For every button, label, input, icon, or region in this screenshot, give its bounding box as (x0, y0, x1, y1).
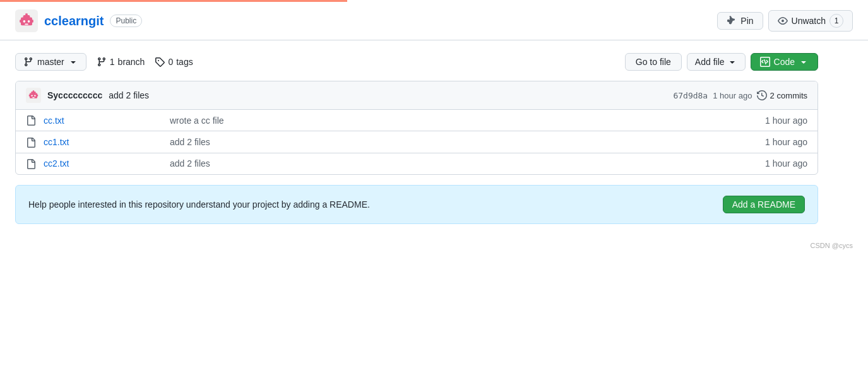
tag-count: 0 (168, 57, 173, 67)
svg-rect-6 (20, 20, 21, 23)
svg-rect-15 (29, 95, 30, 97)
toolbar-right: Go to file Add file Code (625, 53, 818, 71)
public-badge: Public (110, 15, 142, 27)
svg-point-12 (31, 95, 32, 96)
svg-point-4 (28, 20, 30, 23)
go-to-file-button[interactable]: Go to file (625, 53, 682, 71)
svg-rect-14 (32, 97, 35, 98)
file-commit-message: add 2 files (170, 158, 732, 169)
tag-label: tags (176, 57, 193, 67)
table-row: cc2.txt add 2 files 1 hour ago (16, 153, 817, 174)
branch-label: branch (118, 57, 145, 67)
commit-time: 1 hour ago (713, 91, 752, 100)
commits-count: 2 commits (757, 90, 807, 100)
file-icon-col (26, 115, 39, 126)
branch-icon (23, 57, 33, 67)
add-readme-button[interactable]: Add a README (723, 196, 805, 213)
file-name[interactable]: cc.txt (44, 115, 170, 126)
repo-name[interactable]: cclearngit (44, 14, 104, 28)
file-commit-message: add 2 files (170, 137, 732, 147)
commits-number: 2 (770, 91, 774, 100)
code-icon (760, 57, 770, 67)
file-time: 1 hour ago (732, 115, 807, 126)
branch-name: master (37, 57, 64, 67)
add-file-button[interactable]: Add file (687, 53, 746, 71)
commits-label: commits (777, 91, 807, 100)
file-name[interactable]: cc2.txt (44, 158, 170, 169)
svg-rect-7 (32, 20, 33, 23)
file-icon-col (26, 136, 39, 147)
file-icon-col (26, 158, 39, 169)
commit-header: Syccccccccc add 2 files 67d9d8a 1 hour a… (16, 81, 817, 110)
pin-icon (727, 16, 737, 26)
eye-icon (778, 16, 788, 26)
table-row: cc.txt wrote a cc file 1 hour ago (16, 110, 817, 131)
commit-header-right: 67d9d8a 1 hour ago 2 commits (673, 90, 807, 100)
history-icon (757, 90, 767, 100)
pin-label: Pin (740, 16, 753, 26)
code-chevron-icon (799, 57, 809, 67)
file-icon (26, 138, 36, 148)
commit-message: add 2 files (109, 90, 149, 100)
unwatch-label: Unwatch (792, 16, 826, 26)
svg-rect-17 (33, 90, 34, 92)
chevron-down-icon (68, 57, 78, 67)
tag-icon (155, 57, 165, 67)
main-content: master 1 branch 0 tags Go to f (0, 40, 833, 237)
readme-banner: Help people interested in this repositor… (15, 185, 818, 224)
commit-hash[interactable]: 67d9d8a (673, 91, 708, 100)
branch-selector-button[interactable]: master (15, 53, 86, 71)
file-table: Syccccccccc add 2 files 67d9d8a 1 hour a… (15, 81, 818, 175)
branch-count: 1 (110, 57, 115, 67)
svg-rect-16 (37, 95, 38, 97)
code-button[interactable]: Code (751, 53, 818, 71)
commit-header-left: Syccccccccc add 2 files (26, 88, 149, 103)
add-file-chevron-icon (727, 57, 737, 67)
branch-count-icon (97, 57, 107, 67)
unwatch-button[interactable]: Unwatch 1 (768, 10, 853, 32)
file-name[interactable]: cc1.txt (44, 137, 170, 147)
code-label: Code (774, 57, 795, 67)
commit-author[interactable]: Syccccccccc (47, 90, 102, 100)
unwatch-count: 1 (829, 14, 843, 28)
header-left: cclearngit Public (15, 9, 142, 32)
toolbar-left: master 1 branch 0 tags (15, 53, 193, 71)
table-row: cc1.txt add 2 files 1 hour ago (16, 131, 817, 153)
svg-rect-8 (25, 13, 28, 16)
file-icon (26, 159, 36, 169)
tag-count-link[interactable]: 0 tags (155, 57, 193, 67)
header-right: Pin Unwatch 1 (717, 10, 853, 32)
commit-author-avatar (26, 88, 41, 103)
file-icon (26, 115, 36, 126)
footer-attribution: CSDN @cycs (0, 237, 868, 254)
pin-button[interactable]: Pin (717, 12, 763, 30)
toolbar: master 1 branch 0 tags Go to f (15, 53, 818, 71)
svg-point-13 (34, 95, 35, 96)
readme-text: Help people interested in this repositor… (28, 199, 370, 210)
repo-avatar (15, 9, 38, 32)
file-commit-message: wrote a cc file (170, 115, 732, 126)
file-rows-container: cc.txt wrote a cc file 1 hour ago cc1.tx… (16, 110, 817, 174)
svg-point-3 (23, 20, 26, 23)
branch-count-link[interactable]: 1 branch (97, 57, 145, 67)
svg-rect-5 (25, 24, 28, 25)
header: cclearngit Public Pin Unwatch 1 (0, 2, 868, 40)
add-file-label: Add file (695, 57, 725, 67)
file-time: 1 hour ago (732, 137, 807, 147)
file-time: 1 hour ago (732, 158, 807, 169)
